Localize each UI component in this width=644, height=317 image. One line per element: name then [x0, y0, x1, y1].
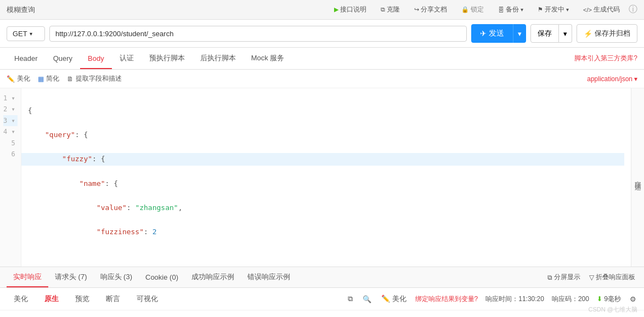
resp-assert-tab[interactable]: 断言: [99, 291, 127, 307]
url-bar: GET ▾ ✈ 发送 ▾ 保存 ▾ ⚡ 保存并归档: [0, 20, 644, 48]
url-input[interactable]: [49, 26, 467, 42]
resp-tab-req-header[interactable]: 请求头 (7): [48, 268, 94, 287]
resp-tab-realtime[interactable]: 实时响应: [7, 268, 48, 287]
send-dropdown-icon: ▾: [518, 30, 522, 38]
request-tabs: Header Query Body 认证 预执行脚本 后执行脚本 Mock 服务…: [0, 48, 644, 70]
resp-beautify-icon[interactable]: ✏️ 美化: [380, 293, 408, 305]
sidebar-labels: 字段描述: [631, 88, 644, 267]
resp-tab-error-example[interactable]: 错误响应示例: [241, 268, 297, 287]
settings-icon[interactable]: ⚙: [629, 294, 637, 304]
search-icon[interactable]: 🔍: [361, 294, 372, 304]
third-party-lib-link[interactable]: 脚本引入第三方类库?: [574, 54, 637, 63]
beautify-icon: ✏️: [7, 75, 15, 83]
format-chevron-icon: ▾: [634, 75, 637, 83]
simplify-button[interactable]: ▦ 简化: [38, 73, 59, 84]
save-btn-group: 保存 ▾: [530, 24, 572, 43]
extract-icon: 🗎: [67, 75, 74, 83]
top-toolbar: 模糊查询 ▶ 接口说明 ⧉ 克隆 ↪ 分享文档 🔒 锁定 🗄 备份 ▾ ⚑ 开发…: [0, 0, 644, 20]
split-view-icon: ⧉: [547, 274, 552, 281]
code-icon: </>: [583, 7, 592, 13]
toolbar-actions: ▶ 接口说明 ⧉ 克隆 ↪ 分享文档 🔒 锁定 🗄 备份 ▾ ⚑ 开发中 ▾ <…: [329, 3, 637, 16]
save-dropdown-button[interactable]: ▾: [559, 24, 572, 43]
clone-button[interactable]: ⧉ 克隆: [375, 3, 405, 16]
save-archive-button[interactable]: ⚡ 保存并归档: [577, 24, 637, 43]
download-icon: ⬇: [597, 295, 602, 303]
split-view-button[interactable]: ⧉ 分屏显示: [545, 271, 583, 283]
method-select[interactable]: GET ▾: [7, 26, 45, 41]
send-icon: ✈: [480, 29, 487, 38]
flag-icon: ⚑: [538, 6, 543, 13]
page-title: 模糊查询: [7, 5, 35, 15]
response-sub-tabs: 美化 原生 预览 断言 可视化 ⧉ 🔍 ✏️ 美化 绑定响应结果到变量? 响应时…: [0, 288, 644, 310]
line-numbers: 1 ▾ 2 ▾ 3 ▾ 4 ▾ 5 6: [0, 88, 21, 267]
api-doc-button[interactable]: ▶ 接口说明: [329, 3, 372, 16]
bind-result-link[interactable]: 绑定响应结果到变量?: [415, 295, 478, 304]
info-icon[interactable]: ⓘ: [629, 4, 637, 15]
method-chevron-icon: ▾: [30, 31, 32, 37]
lock-button[interactable]: 🔒 锁定: [456, 3, 489, 16]
fold-icon: ▽: [589, 274, 594, 281]
save-dropdown-chevron-icon: ▾: [563, 30, 567, 38]
tab-header[interactable]: Header: [7, 49, 46, 69]
resp-tab-right: ⧉ 分屏显示 ▽ 折叠响应面板: [545, 271, 637, 283]
send-btn-group: ✈ 发送 ▾: [471, 24, 526, 43]
resp-tab-cookie[interactable]: Cookie (0): [139, 269, 185, 287]
code-content[interactable]: { "query": { "fuzzy": { "name": { "value…: [21, 88, 631, 267]
tab-body[interactable]: Body: [80, 49, 112, 69]
tab-mock[interactable]: Mock 服务: [244, 48, 292, 70]
resp-preview-tab[interactable]: 预览: [68, 291, 97, 307]
chevron-down-icon2: ▾: [566, 7, 569, 13]
chevron-down-icon: ▾: [521, 7, 523, 13]
beautify-button[interactable]: ✏️ 美化: [7, 73, 30, 84]
share-icon: ↪: [414, 6, 419, 13]
dev-button[interactable]: ⚑ 开发中 ▾: [532, 3, 574, 16]
tab-auth[interactable]: 认证: [112, 48, 142, 70]
resp-tab-resp-header[interactable]: 响应头 (3): [94, 268, 139, 287]
backup-button[interactable]: 🗄 备份 ▾: [493, 3, 529, 16]
codegen-button[interactable]: </> 生成代码: [578, 3, 625, 16]
resp-beautify-tab[interactable]: 美化: [7, 291, 35, 307]
tab-query[interactable]: Query: [46, 49, 80, 69]
tab-pre-script[interactable]: 预执行脚本: [142, 48, 193, 70]
resp-tab-success-example[interactable]: 成功响应示例: [185, 268, 241, 287]
clone-icon: ⧉: [381, 6, 385, 13]
lightning-icon: ⚡: [584, 30, 592, 38]
send-button[interactable]: ✈ 发送: [471, 24, 513, 43]
copy-icon[interactable]: ⧉: [347, 293, 354, 304]
resp-raw-tab[interactable]: 原生: [37, 291, 66, 307]
response-content[interactable]: {"took":3,"timed_out":false,"_shards":{"…: [0, 310, 644, 317]
sidebar-label-text: 字段描述: [633, 176, 642, 180]
code-editor: 1 ▾ 2 ▾ 3 ▾ 4 ▾ 5 6 { "query": { "fuzzy"…: [0, 88, 644, 267]
simplify-icon: ▦: [38, 75, 44, 83]
response-tabs: 实时响应 请求头 (7) 响应头 (3) Cookie (0) 成功响应示例 错…: [0, 267, 644, 288]
body-toolbar: ✏️ 美化 ▦ 简化 🗎 提取字段和描述 application/json ▾: [0, 70, 644, 88]
lock-icon: 🔒: [461, 6, 469, 13]
share-button[interactable]: ↪ 分享文档: [409, 3, 453, 16]
response-ms: ⬇ 9毫秒: [597, 295, 621, 304]
resp-sub-right: ⧉ 🔍 ✏️ 美化 绑定响应结果到变量? 响应时间：11:30:20 响应码：2…: [347, 293, 637, 305]
backup-icon: 🗄: [498, 7, 504, 13]
resp-visualize-tab[interactable]: 可视化: [129, 291, 165, 307]
tab-post-script[interactable]: 后执行脚本: [193, 48, 244, 70]
send-dropdown-button[interactable]: ▾: [513, 24, 526, 43]
extract-button[interactable]: 🗎 提取字段和描述: [67, 73, 122, 84]
format-select[interactable]: application/json ▾: [587, 75, 637, 83]
response-time: 响应时间：11:30:20: [485, 295, 544, 304]
play-icon: ▶: [334, 6, 338, 13]
response-code: 响应码：200: [552, 295, 589, 304]
watermark: CSDN @七维大脑: [589, 305, 637, 314]
fold-panel-button[interactable]: ▽ 折叠响应面板: [587, 271, 637, 283]
save-button[interactable]: 保存: [530, 24, 559, 43]
